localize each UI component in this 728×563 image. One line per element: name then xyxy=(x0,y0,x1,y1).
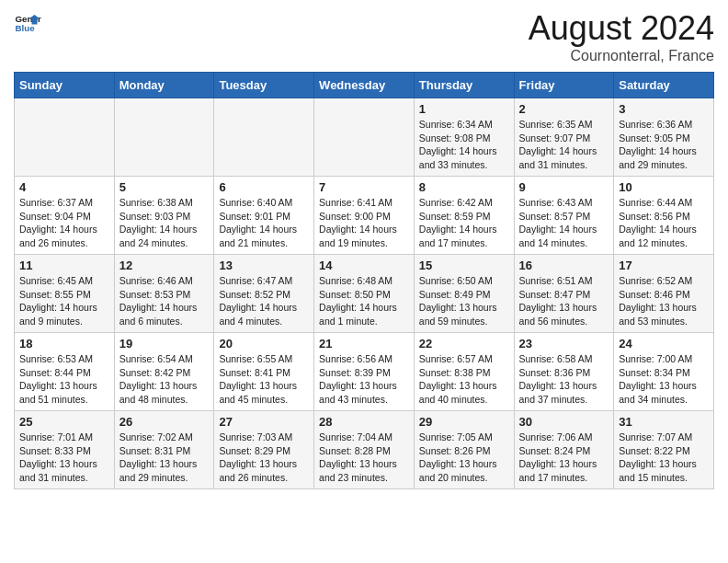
day-info: Sunrise: 7:04 AM Sunset: 8:28 PM Dayligh… xyxy=(319,431,409,485)
calendar-day-cell: 5Sunrise: 6:38 AM Sunset: 9:03 PM Daylig… xyxy=(114,177,214,255)
calendar-week-row: 1Sunrise: 6:34 AM Sunset: 9:08 PM Daylig… xyxy=(15,98,714,177)
day-number: 12 xyxy=(119,259,210,272)
calendar-day-cell: 20Sunrise: 6:55 AM Sunset: 8:41 PM Dayli… xyxy=(214,333,314,411)
day-number: 7 xyxy=(319,180,409,194)
day-number: 20 xyxy=(219,337,309,350)
calendar-day-cell: 16Sunrise: 6:51 AM Sunset: 8:47 PM Dayli… xyxy=(514,255,614,333)
day-info: Sunrise: 6:40 AM Sunset: 9:01 PM Dayligh… xyxy=(219,196,309,250)
day-number: 2 xyxy=(519,102,609,116)
day-info: Sunrise: 6:50 AM Sunset: 8:49 PM Dayligh… xyxy=(419,274,509,328)
month-year: August 2024 xyxy=(529,9,714,48)
calendar-day-cell: 22Sunrise: 6:57 AM Sunset: 8:38 PM Dayli… xyxy=(414,333,514,411)
day-number: 28 xyxy=(319,415,409,429)
calendar-day-cell xyxy=(214,98,314,177)
day-info: Sunrise: 6:51 AM Sunset: 8:47 PM Dayligh… xyxy=(519,274,609,328)
day-number: 24 xyxy=(619,337,709,350)
day-number: 23 xyxy=(519,337,609,350)
day-number: 13 xyxy=(219,259,309,272)
day-number: 22 xyxy=(419,337,509,350)
calendar-day-cell: 28Sunrise: 7:04 AM Sunset: 8:28 PM Dayli… xyxy=(314,411,415,489)
day-of-week-header: Tuesday xyxy=(214,73,314,98)
day-info: Sunrise: 6:53 AM Sunset: 8:44 PM Dayligh… xyxy=(19,352,109,407)
calendar-day-cell: 10Sunrise: 6:44 AM Sunset: 8:56 PM Dayli… xyxy=(614,177,714,255)
calendar-day-cell: 7Sunrise: 6:41 AM Sunset: 9:00 PM Daylig… xyxy=(314,177,415,255)
header: General Blue August 2024 Cournonterral, … xyxy=(14,9,714,64)
calendar-day-cell: 17Sunrise: 6:52 AM Sunset: 8:46 PM Dayli… xyxy=(614,255,714,333)
title-area: August 2024 Cournonterral, France xyxy=(529,9,714,64)
day-info: Sunrise: 7:05 AM Sunset: 8:26 PM Dayligh… xyxy=(419,431,509,485)
calendar-day-cell: 11Sunrise: 6:45 AM Sunset: 8:55 PM Dayli… xyxy=(15,255,115,333)
day-of-week-header: Friday xyxy=(514,73,614,98)
day-info: Sunrise: 6:54 AM Sunset: 8:42 PM Dayligh… xyxy=(119,352,210,407)
day-info: Sunrise: 6:38 AM Sunset: 9:03 PM Dayligh… xyxy=(119,196,210,250)
day-info: Sunrise: 6:46 AM Sunset: 8:53 PM Dayligh… xyxy=(119,274,210,328)
day-number: 11 xyxy=(19,259,109,272)
calendar-day-cell: 14Sunrise: 6:48 AM Sunset: 8:50 PM Dayli… xyxy=(314,255,415,333)
svg-text:Blue: Blue xyxy=(16,23,36,33)
day-info: Sunrise: 6:44 AM Sunset: 8:56 PM Dayligh… xyxy=(619,196,709,250)
day-number: 18 xyxy=(19,337,109,350)
calendar-day-cell: 13Sunrise: 6:47 AM Sunset: 8:52 PM Dayli… xyxy=(214,255,314,333)
day-number: 3 xyxy=(619,102,709,116)
day-number: 14 xyxy=(319,259,409,272)
calendar-day-cell: 19Sunrise: 6:54 AM Sunset: 8:42 PM Dayli… xyxy=(114,333,214,411)
day-of-week-header: Monday xyxy=(114,73,214,98)
calendar-day-cell xyxy=(114,98,214,177)
day-number: 19 xyxy=(119,337,210,350)
calendar-day-cell: 27Sunrise: 7:03 AM Sunset: 8:29 PM Dayli… xyxy=(214,411,314,489)
day-number: 27 xyxy=(219,415,309,429)
day-info: Sunrise: 6:34 AM Sunset: 9:08 PM Dayligh… xyxy=(419,118,509,172)
calendar-day-cell: 31Sunrise: 7:07 AM Sunset: 8:22 PM Dayli… xyxy=(614,411,714,489)
calendar-week-row: 4Sunrise: 6:37 AM Sunset: 9:04 PM Daylig… xyxy=(15,177,714,255)
day-info: Sunrise: 7:01 AM Sunset: 8:33 PM Dayligh… xyxy=(19,431,109,485)
day-of-week-header: Wednesday xyxy=(314,73,415,98)
day-number: 25 xyxy=(19,415,109,429)
calendar-day-cell: 12Sunrise: 6:46 AM Sunset: 8:53 PM Dayli… xyxy=(114,255,214,333)
day-number: 26 xyxy=(119,415,210,429)
day-info: Sunrise: 6:47 AM Sunset: 8:52 PM Dayligh… xyxy=(219,274,309,328)
day-info: Sunrise: 6:35 AM Sunset: 9:07 PM Dayligh… xyxy=(519,118,609,172)
logo: General Blue xyxy=(14,9,41,37)
calendar-week-row: 11Sunrise: 6:45 AM Sunset: 8:55 PM Dayli… xyxy=(15,255,714,333)
calendar-body: 1Sunrise: 6:34 AM Sunset: 9:08 PM Daylig… xyxy=(15,98,714,489)
calendar-day-cell: 2Sunrise: 6:35 AM Sunset: 9:07 PM Daylig… xyxy=(514,98,614,177)
calendar-day-cell: 15Sunrise: 6:50 AM Sunset: 8:49 PM Dayli… xyxy=(414,255,514,333)
day-of-week-header: Saturday xyxy=(614,73,714,98)
day-info: Sunrise: 7:02 AM Sunset: 8:31 PM Dayligh… xyxy=(119,431,210,485)
calendar-day-cell xyxy=(314,98,415,177)
calendar-day-cell: 3Sunrise: 6:36 AM Sunset: 9:05 PM Daylig… xyxy=(614,98,714,177)
day-number: 9 xyxy=(519,180,609,194)
calendar-day-cell xyxy=(15,98,115,177)
day-number: 4 xyxy=(19,180,109,194)
day-info: Sunrise: 6:45 AM Sunset: 8:55 PM Dayligh… xyxy=(19,274,109,328)
calendar-header-row: SundayMondayTuesdayWednesdayThursdayFrid… xyxy=(15,73,714,98)
calendar-day-cell: 18Sunrise: 6:53 AM Sunset: 8:44 PM Dayli… xyxy=(15,333,115,411)
calendar-day-cell: 4Sunrise: 6:37 AM Sunset: 9:04 PM Daylig… xyxy=(15,177,115,255)
day-number: 17 xyxy=(619,259,709,272)
calendar-week-row: 18Sunrise: 6:53 AM Sunset: 8:44 PM Dayli… xyxy=(15,333,714,411)
calendar-day-cell: 29Sunrise: 7:05 AM Sunset: 8:26 PM Dayli… xyxy=(414,411,514,489)
day-number: 16 xyxy=(519,259,609,272)
logo-icon: General Blue xyxy=(14,9,41,37)
calendar-day-cell: 1Sunrise: 6:34 AM Sunset: 9:08 PM Daylig… xyxy=(414,98,514,177)
day-info: Sunrise: 6:43 AM Sunset: 8:57 PM Dayligh… xyxy=(519,196,609,250)
day-info: Sunrise: 6:37 AM Sunset: 9:04 PM Dayligh… xyxy=(19,196,109,250)
calendar-day-cell: 26Sunrise: 7:02 AM Sunset: 8:31 PM Dayli… xyxy=(114,411,214,489)
calendar-day-cell: 9Sunrise: 6:43 AM Sunset: 8:57 PM Daylig… xyxy=(514,177,614,255)
day-number: 31 xyxy=(619,415,709,429)
calendar-table: SundayMondayTuesdayWednesdayThursdayFrid… xyxy=(14,72,714,489)
calendar-day-cell: 24Sunrise: 7:00 AM Sunset: 8:34 PM Dayli… xyxy=(614,333,714,411)
day-number: 1 xyxy=(419,102,509,116)
day-info: Sunrise: 6:55 AM Sunset: 8:41 PM Dayligh… xyxy=(219,352,309,407)
calendar-week-row: 25Sunrise: 7:01 AM Sunset: 8:33 PM Dayli… xyxy=(15,411,714,489)
day-info: Sunrise: 7:03 AM Sunset: 8:29 PM Dayligh… xyxy=(219,431,309,485)
day-info: Sunrise: 6:56 AM Sunset: 8:39 PM Dayligh… xyxy=(319,352,409,407)
calendar-day-cell: 25Sunrise: 7:01 AM Sunset: 8:33 PM Dayli… xyxy=(15,411,115,489)
day-number: 10 xyxy=(619,180,709,194)
day-number: 21 xyxy=(319,337,409,350)
day-number: 29 xyxy=(419,415,509,429)
calendar-day-cell: 8Sunrise: 6:42 AM Sunset: 8:59 PM Daylig… xyxy=(414,177,514,255)
day-info: Sunrise: 6:42 AM Sunset: 8:59 PM Dayligh… xyxy=(419,196,509,250)
day-info: Sunrise: 6:41 AM Sunset: 9:00 PM Dayligh… xyxy=(319,196,409,250)
location: Cournonterral, France xyxy=(529,48,714,64)
